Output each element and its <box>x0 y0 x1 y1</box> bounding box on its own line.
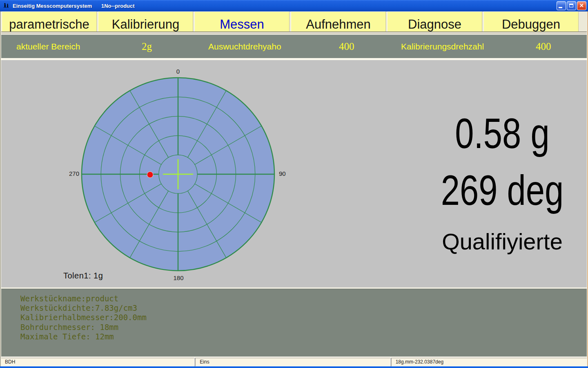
window-left-border <box>0 11 1 366</box>
divider-groove <box>0 31 588 35</box>
measurement-readout: 0.58 g 269 deg Qualifiyierte <box>416 60 588 287</box>
status-cell-reading: 18g.mm-232.0387deg <box>391 358 587 366</box>
tab-kalibrierung[interactable]: Kalibrierung <box>98 11 193 31</box>
tab-debuggen[interactable]: Debuggen <box>483 11 579 31</box>
info-bar: aktueller Bereich 2g Auswuchtdrehyaho 40… <box>0 35 588 58</box>
max-depth-line: Maximale Tiefe: 12mm <box>20 332 588 341</box>
current-range-label: aktueller Bereich <box>16 35 80 58</box>
tab-aufnehmen[interactable]: Aufnehmen <box>291 11 386 31</box>
app-icon <box>2 2 10 10</box>
tab-diagnose[interactable]: Diagnose <box>387 11 482 31</box>
polar-label-90: 90 <box>279 170 286 177</box>
restore-icon <box>569 4 573 7</box>
balancing-speed-label: Auswuchtdrehyaho <box>208 35 281 58</box>
polar-label-0: 0 <box>176 68 180 75</box>
current-range-value: 2g <box>142 35 152 58</box>
workpiece-name-line: Werkstückname:product <box>20 294 588 303</box>
tolerance-label: Tolen1: 1g <box>63 271 103 280</box>
minimize-icon <box>559 7 562 8</box>
unbalance-amount: 0.58 g <box>434 112 571 155</box>
minimize-button[interactable] <box>557 1 566 10</box>
tab-bar: parametrische Kalibrierung Messen Aufneh… <box>0 11 588 31</box>
window-subtitle: 1No--product <box>101 3 135 9</box>
balancing-speed-value: 400 <box>339 35 354 58</box>
workpiece-panel: Werkstückname:product Werkstückdichte:7.… <box>0 289 588 357</box>
window-bottom-border <box>0 366 588 368</box>
qualification-status: Qualifiyierte <box>416 230 588 253</box>
polar-chart: 0 90 180 270 <box>64 66 292 283</box>
status-bar: BDH Eins 18g.mm-232.0387deg <box>0 358 587 366</box>
unbalance-point <box>147 172 153 178</box>
window-controls: ✕ <box>557 1 586 10</box>
calibration-speed-value: 400 <box>536 35 551 58</box>
window-title: Einseitig Messcomputersystem <box>13 3 92 9</box>
workpiece-density-line: Werkstückdichte:7.83g/cm3 <box>20 303 588 313</box>
polar-label-270: 270 <box>69 170 79 177</box>
unbalance-angle: 269 deg <box>434 169 571 211</box>
close-button[interactable]: ✕ <box>577 1 586 10</box>
status-cell-mode: Eins <box>195 358 390 366</box>
tab-messen[interactable]: Messen <box>194 11 290 31</box>
app-window: Einseitig Messcomputersystem 1No--produc… <box>0 0 588 368</box>
polar-label-180: 180 <box>173 274 183 281</box>
restore-button[interactable] <box>567 1 576 10</box>
tab-parametrische[interactable]: parametrische <box>2 11 97 31</box>
status-cell-operator: BDH <box>0 358 194 366</box>
calibration-speed-label: Kalibrierungsdrehzahl <box>401 35 484 58</box>
measurement-area: 0 90 180 270 Tolen1: 1g 0.58 g 269 deg Q… <box>0 60 588 287</box>
title-bar[interactable]: Einseitig Messcomputersystem 1No--produc… <box>0 0 588 11</box>
calibration-radius-line: Kalibrierhalbmesser:200.0mm <box>20 313 588 322</box>
bore-diameter-line: Bohrdurchmesser: 18mm <box>20 323 588 332</box>
